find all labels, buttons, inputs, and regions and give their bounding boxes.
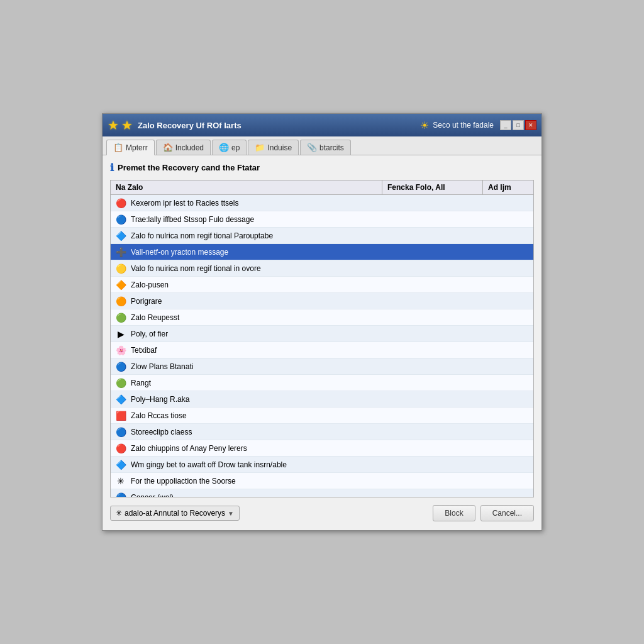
row-adjust [483,283,533,287]
dropdown-button[interactable]: ✳ adalo-at Annutal to Recoverys ▼ [110,506,240,521]
table-row[interactable]: ✳ For the uppoliaction the Soorse [111,473,533,489]
cancel-button[interactable]: Cancel... [480,505,534,521]
row-folder [382,479,483,483]
row-text: Porigrare [128,295,382,308]
title-right-section: ☀ Seco ut the fadale [420,119,494,131]
table-row[interactable]: 🔴 Kexerom ipr lest to Racies ttsels [111,195,533,211]
content-area: ℹ Premet the Recovery cand the Ftatar Na… [103,155,541,530]
row-icon: 🟥 [113,411,128,421]
table-row[interactable]: 🔶 Zalo-pusen [111,277,533,293]
maximize-button[interactable]: □ [513,120,524,130]
tab-mpterr[interactable]: 📋 Mpterr [106,140,155,155]
row-icon: 🔵 [113,214,128,225]
row-folder [382,414,483,418]
row-adjust [483,496,533,497]
row-adjust [483,479,533,483]
star-icon-1: ★ [108,118,119,133]
table-row[interactable]: 🟢 Zalo Reupesst [111,309,533,326]
info-icon: ℹ [110,162,114,174]
tab-btarcits-icon: 📎 [307,143,317,152]
table-row[interactable]: 🌸 Tetxibaf [111,342,533,358]
items-table: Na Zalo Fencka Folo, All Ad Ijm 🔴 Kexero… [110,180,534,497]
block-button[interactable]: Block [433,505,475,521]
section-header-text: Premet the Recovery cand the Ftatar [118,163,260,172]
row-icon: 🟢 [113,378,128,388]
row-text: Tetxibaf [128,344,382,357]
row-adjust [483,250,533,254]
table-row[interactable]: 🟠 Porigrare [111,293,533,309]
row-adjust [483,414,533,418]
col-header-name: Na Zalo [111,180,382,194]
row-icon: 🔷 [113,460,128,470]
row-folder [382,348,483,352]
tab-ep-label: ep [231,143,240,152]
row-adjust [483,201,533,205]
row-adjust [483,463,533,467]
row-text: Poly, of fier [128,328,382,340]
row-adjust [483,218,533,221]
row-folder [382,283,483,287]
title-bar-icons: ★ ★ [108,118,133,133]
row-icon: ▶ [113,329,128,339]
row-folder [382,496,483,497]
row-text: Valo fo nuirica nom regif tional in ovor… [128,262,382,275]
row-text: Kexerom ipr lest to Racies ttsels [128,197,382,209]
row-icon: 🔵 [113,362,128,372]
main-window: ★ ★ Zalo Recovery Uf ROf Iarts ☀ Seco ut… [102,113,542,531]
row-icon: 🔴 [113,443,128,453]
sun-icon: ☀ [420,119,429,131]
row-adjust [483,348,533,352]
section-header: ℹ Premet the Recovery cand the Ftatar [110,162,534,174]
tab-included[interactable]: 🏠 Included [156,140,211,155]
table-row[interactable]: 🔵 Cancer (wel) [111,489,533,497]
tab-induise[interactable]: 📁 Induise [248,140,299,155]
row-text: Trae:lally iffbed Stssop Fulo dessage [128,213,382,226]
row-icon: ➕ [113,247,128,257]
row-adjust [483,397,533,401]
table-row[interactable]: 🔷 Wm gingy bet to awaft off Drow tank in… [111,457,533,473]
row-icon: 🌸 [113,345,128,355]
table-row[interactable]: 🔷 Poly–Hang R.aka [111,391,533,408]
row-text: Storeeclipb claess [128,426,382,438]
row-icon: 🔴 [113,198,128,208]
row-folder [382,267,483,270]
title-bar: ★ ★ Zalo Recovery Uf ROf Iarts ☀ Seco ut… [103,114,541,136]
row-text: Zalo-pusen [128,279,382,291]
row-text: Zalo chiuppins of Anay Peny lerers [128,442,382,455]
table-row[interactable]: ➕ Vall-netf-on yracton message [111,244,533,260]
table-body[interactable]: 🔴 Kexerom ipr lest to Racies ttsels 🔵 Tr… [111,195,533,497]
table-row[interactable]: 🔴 Zalo chiuppins of Anay Peny lerers [111,440,533,457]
row-text: For the uppoliaction the Soorse [128,475,382,487]
table-row[interactable]: 🔵 Storeeclipb claess [111,424,533,440]
row-text: Wm gingy bet to awaft off Drow tank insr… [128,458,382,471]
table-row[interactable]: ▶ Poly, of fier [111,326,533,342]
table-row[interactable]: 🔵 Zlow Plans Btanati [111,358,533,375]
app-title: Zalo Recovery Uf ROf Iarts [138,121,420,130]
minimize-button[interactable]: _ [500,120,511,130]
row-text: Zalo fo nulrica nom regif tional Paroupt… [128,230,382,242]
row-text: Cancer (wel) [128,491,382,497]
row-folder [382,332,483,336]
table-row[interactable]: 🟢 Rangt [111,375,533,391]
row-folder [382,430,483,434]
row-folder [382,447,483,450]
table-row[interactable]: 🟡 Valo fo nuirica nom regif tional in ov… [111,260,533,277]
row-icon: 🟠 [113,296,128,306]
row-folder [382,381,483,385]
table-row[interactable]: 🟥 Zalo Rccas tiose [111,408,533,424]
bottom-controls: ✳ adalo-at Annutal to Recoverys ▼ Block … [110,502,534,524]
row-text: Vall-netf-on yracton message [128,246,382,258]
close-button[interactable]: ✕ [525,120,536,130]
row-folder [382,316,483,319]
row-icon: 🟢 [113,313,128,323]
tab-ep[interactable]: 🌐 ep [212,140,247,155]
tab-induise-icon: 📁 [255,143,265,152]
row-folder [382,201,483,205]
table-row[interactable]: 🔷 Zalo fo nulrica nom regif tional Parou… [111,228,533,244]
row-text: Zalo Reupesst [128,311,382,324]
table-row[interactable]: 🔵 Trae:lally iffbed Stssop Fulo dessage [111,211,533,228]
tab-btarcits[interactable]: 📎 btarcits [300,140,351,155]
row-icon: 🔷 [113,231,128,241]
tab-mpterr-icon: 📋 [113,143,123,152]
tab-mpterr-label: Mpterr [126,143,148,152]
